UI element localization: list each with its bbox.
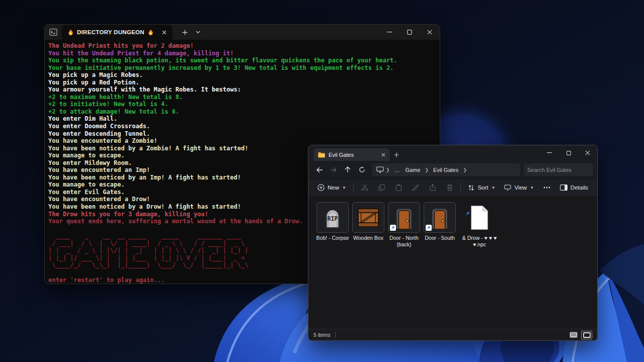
explorer-file-area[interactable]: RIP Bob! - Corpse Wooden Box [308,197,597,329]
terminal-line: You enter Descending Tunnel. [48,130,436,138]
breadcrumb-chevron-icon: ❯ [384,167,391,172]
new-tab-button[interactable] [390,148,403,161]
share-icon [429,184,436,191]
tab-close-icon[interactable] [162,30,167,35]
details-pane-button[interactable]: Details [555,180,593,195]
document-icon [469,205,490,230]
terminal-line: You enter Doomed Crossroads. [48,123,436,130]
sort-button[interactable]: Sort ▼ [463,180,500,195]
copy-button[interactable] [373,180,390,195]
door-icon [430,206,450,229]
desktop: { "terminal": { "tab_title": "DIRECTORY … [0,0,644,362]
chevron-down-icon [196,31,200,34]
terminal-tab[interactable]: DIRECTORY DUNGEON [62,25,173,40]
breadcrumb-ellipsis[interactable]: … [392,166,403,174]
refresh-button[interactable] [355,163,369,177]
rename-icon [412,185,419,191]
plus-icon [394,152,399,157]
details-pane-icon [560,185,568,191]
breadcrumb-segment-evil-gates[interactable]: Evil Gates [431,166,461,174]
terminal-line: You sip the steaming black potion, its s… [48,57,436,64]
new-plus-icon [317,184,325,191]
file-label: & Drow - ♥ ♥ ♥ ♥.npc [458,235,501,247]
shortcut-arrow-icon [427,226,431,230]
view-button-label: View [514,185,527,191]
explorer-window: Evil Gates ❯ … Game ❯ Evil Gates ❯ [308,145,598,341]
delete-button[interactable] [441,180,458,195]
tab-close-icon[interactable] [381,153,385,157]
paste-icon [395,184,402,191]
chevron-down-icon: ▼ [342,186,346,190]
ellipsis-icon [543,187,550,189]
terminal-line: You enter Dim Hall. [48,115,436,123]
cut-button[interactable] [356,180,373,195]
details-view-icon [570,332,578,338]
forward-button[interactable] [327,163,341,177]
explorer-tab[interactable]: Evil Gates [313,148,390,161]
new-button-label: New [328,185,339,191]
breadcrumb-chevron-icon: ❯ [424,167,431,172]
file-item-corpse[interactable]: RIP Bob! - Corpse [315,202,350,241]
shortcut-arrow-badge [426,225,432,231]
file-item-door-south[interactable]: Door - South [422,202,457,241]
new-button[interactable]: New ▼ [313,180,351,195]
maximize-icon [407,30,412,35]
back-arrow-icon [316,167,323,173]
details-view-toggle[interactable] [568,331,579,339]
search-input[interactable] [527,167,598,173]
terminal-titlebar[interactable]: DIRECTORY DUNGEON [45,25,440,40]
explorer-toolbar: New ▼ Sort ▼ View ▼ Details [308,178,597,197]
explorer-close-button[interactable] [578,145,597,160]
terminal-line: You armour yourself with the Magic Robes… [48,86,436,94]
terminal-line: Your base initiative permanently increas… [48,64,436,72]
up-button[interactable] [341,163,355,177]
status-divider [335,332,336,338]
explorer-maximize-button[interactable] [559,145,578,160]
breadcrumb-segment-game[interactable]: Game [403,166,423,174]
share-button[interactable] [424,180,441,195]
file-item-door-north[interactable]: Door - North (back) [386,202,422,247]
more-options-button[interactable] [538,180,555,195]
breadcrumb[interactable]: ❯ … Game ❯ Evil Gates ❯ [372,163,520,176]
items-count: 5 items [313,332,331,338]
explorer-tabbar[interactable]: Evil Gates [308,145,597,161]
new-tab-button[interactable] [179,25,192,40]
file-item-drow-npc[interactable]: & Drow - ♥ ♥ ♥ ♥.npc [458,202,501,247]
sort-button-label: Sort [477,185,488,191]
forward-arrow-icon [330,167,337,173]
up-arrow-icon [345,166,351,173]
file-item-wooden-box[interactable]: Wooden Box [351,202,386,241]
shortcut-arrow-badge [465,211,470,216]
paste-button[interactable] [390,180,407,195]
minimize-icon [387,32,392,33]
terminal-line: +2 to initiative! New total is 4. [48,101,436,108]
terminal-minimize-button[interactable] [379,25,399,40]
tombstone-rip-icon: RIP [321,206,344,229]
toolbar-divider [353,183,354,192]
icons-view-toggle[interactable] [581,331,592,339]
wooden-crate-icon [357,207,380,228]
rename-button[interactable] [407,180,424,195]
explorer-minimize-button[interactable] [540,145,559,160]
view-icon [504,185,511,191]
terminal-line: You hit the Undead Priest for 4 damage, … [48,50,436,57]
back-button[interactable] [312,163,327,177]
terminal-line: +2 to attack damage! New total is 6. [48,108,436,116]
sort-icon [468,185,474,191]
search-box[interactable] [524,163,593,176]
terminal-line: You pick up a Red Potion. [48,79,436,86]
terminal-maximize-button[interactable] [399,25,420,40]
tab-dropdown-button[interactable] [192,25,205,40]
terminal-app-icon [45,25,62,40]
svg-text:RIP: RIP [327,215,338,222]
terminal-line: +2 to maximum health! New total is 8. [48,94,436,101]
terminal-close-button[interactable] [420,25,440,40]
maximize-icon [567,151,571,155]
this-pc-icon[interactable] [376,166,384,173]
explorer-status-bar: 5 items [308,329,597,340]
terminal-tab-title: DIRECTORY DUNGEON [77,29,144,35]
view-button[interactable]: View ▼ [500,180,538,195]
chevron-down-icon: ▼ [492,186,496,190]
explorer-tab-title: Evil Gates [329,152,378,158]
shortcut-arrow-badge [390,225,396,231]
